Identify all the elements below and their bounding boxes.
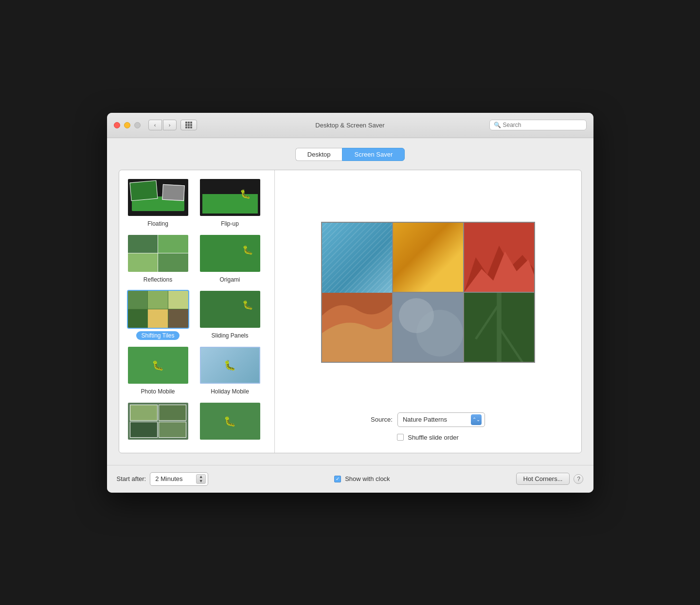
controls-area: Source: Nature Patterns ⌃⌄ Shuffle slide… <box>287 403 570 441</box>
saver-row-3: Shifting Tiles Sliding Panels <box>124 288 269 342</box>
saver-thumb-origami <box>199 234 261 273</box>
back-button[interactable]: ‹ <box>148 120 162 130</box>
tab-screen-saver[interactable]: Screen Saver <box>342 148 405 161</box>
grid-icon <box>185 122 192 128</box>
saver-thumb-sliding <box>199 290 261 329</box>
saver-label-floating: Floating <box>144 219 171 228</box>
saver-thumb-photo <box>127 346 189 385</box>
saver-label-sliding: Sliding Panels <box>208 331 251 340</box>
preview-cell-3 <box>464 223 534 292</box>
photo-mobile-preview <box>128 347 188 384</box>
extra1-preview <box>128 403 188 440</box>
preview-cell-7 <box>322 293 392 362</box>
saver-item-extra2[interactable] <box>196 400 264 447</box>
source-label: Source: <box>371 416 393 423</box>
holiday-preview <box>200 347 260 384</box>
saver-label-origami: Origami <box>216 275 243 284</box>
saver-label-holiday: Holiday Mobile <box>208 387 252 396</box>
preview-cell-8 <box>393 293 463 362</box>
saver-item-extra1[interactable] <box>124 400 192 447</box>
svg-point-6 <box>416 310 463 356</box>
show-clock-checkbox[interactable]: ✓ <box>334 476 341 482</box>
saver-label-shifting: Shifting Tiles <box>136 331 179 340</box>
show-clock-label: Show with clock <box>345 475 390 482</box>
shuffle-label: Shuffle slide order <box>408 434 459 441</box>
saver-row-4: Photo Mobile Holiday Mobile <box>124 344 269 398</box>
main-panel: Floating Flip-up <box>119 170 582 453</box>
preview-grid <box>321 222 535 363</box>
extra2-preview <box>200 403 260 440</box>
search-input[interactable] <box>503 122 582 128</box>
preview-cell-2 <box>393 223 463 292</box>
source-select[interactable]: Nature Patterns ⌃⌄ <box>397 412 485 427</box>
saver-thumb-extra2 <box>199 402 261 441</box>
saver-label-reflections: Reflections <box>141 275 175 284</box>
shifting-preview <box>128 291 188 328</box>
search-bar[interactable]: 🔍 <box>489 120 587 130</box>
bottom-bar: Start after: 2 Minutes ▲ ▼ ✓ Show with c… <box>107 465 593 493</box>
close-button[interactable] <box>114 122 120 128</box>
forward-button[interactable]: › <box>163 120 177 130</box>
hot-corners-button[interactable]: Hot Corners... <box>516 473 570 485</box>
sliding-preview <box>200 291 260 328</box>
floating-preview <box>128 179 188 216</box>
search-icon: 🔍 <box>494 122 501 128</box>
saver-row-5 <box>124 400 269 447</box>
source-value: Nature Patterns <box>403 416 447 423</box>
maximize-button[interactable] <box>134 122 141 128</box>
saver-row-2: Reflections Origami <box>124 232 269 286</box>
shuffle-checkbox[interactable] <box>397 434 404 441</box>
saver-label-flipup: Flip-up <box>218 219 242 228</box>
shuffle-row: Shuffle slide order <box>287 434 570 441</box>
flipup-preview <box>200 179 260 216</box>
saver-item-origami[interactable]: Origami <box>196 232 264 286</box>
window-title: Desktop & Screen Saver <box>315 122 384 129</box>
start-after-value: 2 Minutes <box>155 475 182 482</box>
saver-thumb-extra1 <box>127 402 189 441</box>
tab-desktop[interactable]: Desktop <box>295 148 342 161</box>
saver-label-photo: Photo Mobile <box>138 387 178 396</box>
saver-item-floating[interactable]: Floating <box>124 176 192 230</box>
preview-area <box>287 182 570 403</box>
saver-thumb-flipup <box>199 178 261 217</box>
saver-item-photo-mobile[interactable]: Photo Mobile <box>124 344 192 398</box>
traffic-lights <box>114 122 141 128</box>
source-stepper-icon: ⌃⌄ <box>471 414 482 425</box>
saver-thumb-floating <box>127 178 189 217</box>
saver-label-extra2 <box>227 443 233 445</box>
main-window: ‹ › Desktop & Screen Saver 🔍 Desktop Scr… <box>107 113 593 493</box>
start-stepper-icon: ▲ ▼ <box>196 474 206 484</box>
content-area: Desktop Screen Saver Floating <box>107 138 593 465</box>
saver-item-holiday[interactable]: Holiday Mobile <box>196 344 264 398</box>
titlebar: ‹ › Desktop & Screen Saver 🔍 <box>107 113 593 138</box>
source-row: Source: Nature Patterns ⌃⌄ <box>287 412 570 427</box>
start-after-label: Start after: <box>117 475 146 482</box>
right-panel: Source: Nature Patterns ⌃⌄ Shuffle slide… <box>275 170 581 453</box>
reflections-preview <box>128 235 188 272</box>
saver-label-extra1 <box>155 443 161 445</box>
saver-list: Floating Flip-up <box>119 170 275 453</box>
saver-thumb-reflections <box>127 234 189 273</box>
saver-item-shifting-tiles[interactable]: Shifting Tiles <box>124 288 192 342</box>
origami-preview <box>200 235 260 272</box>
saver-item-sliding[interactable]: Sliding Panels <box>196 288 264 342</box>
saver-row-1: Floating Flip-up <box>124 176 269 230</box>
saver-item-reflections[interactable]: Reflections <box>124 232 192 286</box>
minimize-button[interactable] <box>124 122 130 128</box>
grid-button[interactable] <box>180 120 197 130</box>
start-after-select[interactable]: 2 Minutes ▲ ▼ <box>150 472 208 486</box>
preview-cell-9 <box>464 293 534 362</box>
saver-thumb-holiday <box>199 346 261 385</box>
saver-item-flipup[interactable]: Flip-up <box>196 176 264 230</box>
nav-buttons: ‹ › <box>148 120 177 130</box>
saver-thumb-shifting <box>127 290 189 329</box>
show-clock-area: ✓ Show with clock <box>334 475 390 482</box>
tab-switcher: Desktop Screen Saver <box>119 148 582 161</box>
help-button[interactable]: ? <box>574 474 583 484</box>
